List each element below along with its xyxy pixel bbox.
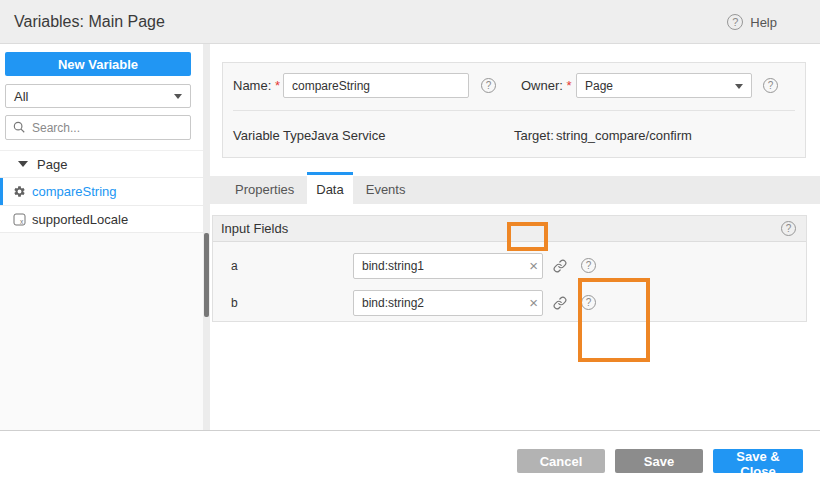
target-value: string_compare/confirm	[556, 128, 692, 143]
name-field[interactable]	[283, 73, 469, 98]
field-b-bind-input[interactable]	[353, 290, 543, 316]
variables-sidebar: New Variable All Page compareSt	[0, 44, 203, 430]
variable-filter-select[interactable]: All	[5, 84, 191, 108]
variable-filter-value: All	[14, 89, 28, 104]
sidebar-controls: New Variable All	[0, 44, 203, 150]
tree-item-label: compareString	[32, 184, 117, 199]
owner-select[interactable]: Page	[576, 73, 752, 98]
search-icon	[12, 120, 26, 134]
required-marker: *	[275, 78, 280, 93]
variable-box-icon: x	[13, 213, 26, 226]
tree-group-page[interactable]: Page	[0, 150, 203, 177]
sidebar-scrollbar-thumb[interactable]	[204, 233, 209, 317]
clear-icon[interactable]: ×	[529, 293, 538, 312]
input-fields-help-icon[interactable]: ?	[781, 221, 796, 236]
chevron-down-icon	[735, 84, 743, 89]
help-label: Help	[750, 15, 777, 30]
detail-tabs: Properties Data Events	[210, 176, 820, 204]
variable-detail-pane: Name: * ? Owner: * Page ? Variable Type:…	[210, 44, 820, 430]
tab-properties[interactable]: Properties	[222, 176, 307, 204]
field-help-icon[interactable]: ?	[581, 295, 596, 310]
target-label: Target:	[514, 128, 554, 143]
gear-icon	[13, 185, 26, 198]
sidebar-scrollbar[interactable]	[203, 44, 210, 430]
input-fields-section: Input Fields ? a × ? b	[212, 215, 807, 322]
field-help-icon[interactable]: ?	[581, 258, 596, 273]
bind-link-icon[interactable]	[553, 259, 567, 273]
panel-divider	[233, 110, 795, 111]
owner-label: Owner: *	[521, 78, 572, 93]
dialog-footer: Cancel Save Save & Close	[0, 430, 820, 490]
tree-item-comparestring[interactable]: compareString	[0, 177, 203, 205]
variable-type-label: Variable Type:	[233, 128, 315, 143]
owner-value: Page	[585, 79, 613, 93]
input-fields-header: Input Fields ?	[213, 216, 806, 242]
name-help-icon[interactable]: ?	[481, 78, 496, 93]
field-a-bind-input[interactable]	[353, 253, 543, 279]
svg-text:x: x	[20, 217, 24, 224]
save-button[interactable]: Save	[615, 449, 703, 473]
tree-item-label: supportedLocale	[32, 212, 128, 227]
tab-data[interactable]: Data	[307, 172, 352, 204]
chevron-down-icon	[174, 94, 182, 99]
input-fields-title: Input Fields	[221, 221, 781, 236]
required-marker: *	[567, 78, 572, 93]
sidebar-empty-area	[0, 233, 203, 430]
help-icon: ?	[727, 14, 743, 30]
variable-summary-panel: Name: * ? Owner: * Page ? Variable Type:…	[222, 62, 806, 158]
owner-help-icon[interactable]: ?	[763, 78, 778, 93]
help-button[interactable]: ? Help	[727, 0, 777, 44]
variables-tree: Page compareString x supportedLocale	[0, 150, 203, 233]
tree-expander-icon[interactable]	[18, 161, 28, 167]
tab-events[interactable]: Events	[353, 176, 419, 204]
input-field-row-a: a × ?	[213, 247, 806, 284]
variables-dialog: Variables: Main Page ? Help New Variable…	[0, 0, 820, 490]
name-label: Name: *	[233, 78, 280, 93]
page-title: Variables: Main Page	[14, 13, 165, 31]
input-field-row-b: b × ?	[213, 284, 806, 321]
tree-group-label: Page	[37, 157, 67, 172]
dialog-header: Variables: Main Page ? Help	[0, 0, 820, 44]
cancel-button[interactable]: Cancel	[517, 449, 605, 473]
variable-type-value: Java Service	[311, 128, 385, 143]
field-label: b	[213, 296, 353, 310]
tree-item-supportedlocale[interactable]: x supportedLocale	[0, 205, 203, 233]
bind-link-icon[interactable]	[553, 296, 567, 310]
search-input[interactable]	[5, 115, 191, 140]
field-label: a	[213, 259, 353, 273]
clear-icon[interactable]: ×	[529, 256, 538, 275]
save-and-close-button[interactable]: Save & Close	[713, 449, 803, 473]
new-variable-button[interactable]: New Variable	[5, 52, 191, 76]
